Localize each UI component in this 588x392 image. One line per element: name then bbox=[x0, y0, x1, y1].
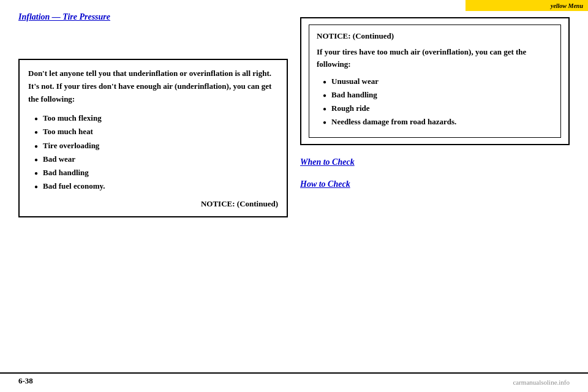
list-item: Needless damage from road hazards. bbox=[323, 115, 553, 129]
list-item: Bad handling bbox=[323, 88, 553, 102]
bottom-divider bbox=[0, 372, 588, 374]
warning-box: Don't let anyone tell you that underinfl… bbox=[18, 59, 288, 217]
list-item: Bad fuel economy. bbox=[34, 179, 278, 193]
notice-continued: NOTICE: (Continued) bbox=[28, 199, 278, 209]
list-item: Bad wear bbox=[34, 153, 278, 166]
list-item: Too much flexing bbox=[34, 111, 278, 125]
left-column: Inflation — Tire Pressure Don't let anyo… bbox=[18, 12, 288, 217]
notice-title: NOTICE: (Continued) bbox=[317, 31, 553, 41]
list-item: Bad handling bbox=[34, 166, 278, 179]
list-item: Too much heat bbox=[34, 125, 278, 138]
top-bar-text: yellow Menu bbox=[551, 2, 583, 9]
notice-intro: If your tires have too much air (overinf… bbox=[317, 46, 553, 70]
top-bar: yellow Menu bbox=[466, 0, 588, 11]
overinflation-bullet-list: Unusual wear Bad handling Rough ride Nee… bbox=[317, 75, 553, 129]
how-to-check-heading: How to Check bbox=[300, 179, 570, 189]
notice-box: NOTICE: (Continued) If your tires have t… bbox=[300, 17, 570, 145]
notice-box-inner: NOTICE: (Continued) If your tires have t… bbox=[309, 24, 561, 138]
list-item: Unusual wear bbox=[323, 75, 553, 88]
main-content: Inflation — Tire Pressure Don't let anyo… bbox=[18, 12, 570, 361]
page-number: 6-38 bbox=[18, 376, 33, 386]
left-section-heading: Inflation — Tire Pressure bbox=[18, 12, 288, 22]
when-to-check-heading: When to Check bbox=[300, 157, 570, 167]
bottom-logo: carmanualsoline.info bbox=[513, 379, 570, 386]
underinflation-bullet-list: Too much flexing Too much heat Tire over… bbox=[28, 111, 278, 193]
warning-box-intro: Don't let anyone tell you that underinfl… bbox=[28, 67, 278, 105]
right-column: NOTICE: (Continued) If your tires have t… bbox=[300, 12, 570, 193]
list-item: Rough ride bbox=[323, 102, 553, 115]
list-item: Tire overloading bbox=[34, 139, 278, 153]
